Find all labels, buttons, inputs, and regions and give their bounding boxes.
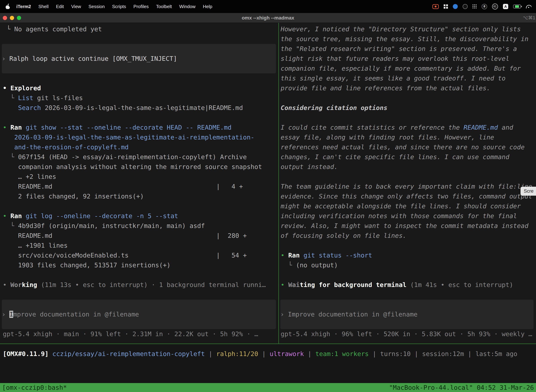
text-segment: of focusing solely on file lines. bbox=[281, 232, 407, 239]
terminal-row: • Waiting for background terminal (1m 41… bbox=[281, 280, 536, 290]
prompt-input-right[interactable]: › Improve documentation in @filename bbox=[280, 300, 534, 329]
battery-percent-icon[interactable]: 61 bbox=[492, 4, 498, 9]
terminal-row: • Working (11m 13s • esc to interrupt) ·… bbox=[3, 280, 278, 290]
apple-menu[interactable] bbox=[5, 4, 10, 9]
text-segment: Improve documentation in @filename bbox=[288, 311, 417, 318]
menu-item-help[interactable]: Help bbox=[199, 4, 216, 9]
text-segment: 067f154 (HEAD -> essay/ai-reimplementati… bbox=[18, 153, 247, 160]
text-segment: 2 files changed, 92 insertions(+) bbox=[3, 193, 144, 200]
terminal-pane-right[interactable]: However, I noticed the "Directory Struct… bbox=[279, 23, 536, 344]
text-segment: the source tree, missing the essay. Stil… bbox=[281, 35, 528, 42]
text-segment: | bbox=[258, 350, 270, 357]
text-segment: and-the-erosion-of-copyleft.md bbox=[14, 144, 129, 151]
terminal-row: • Ran git status --short bbox=[281, 250, 536, 260]
screen-recording-indicator[interactable] bbox=[432, 4, 439, 9]
blue-app-icon[interactable] bbox=[453, 4, 458, 9]
text-segment: cczip/essay/ai-reimplementation-copyleft bbox=[53, 350, 205, 357]
terminal-row: README.md | 4 + bbox=[3, 182, 278, 191]
terminal-row: review. Also, I might want to inspect th… bbox=[281, 221, 536, 231]
terminal-row bbox=[3, 201, 278, 211]
clipped-edge-button[interactable]: Scre bbox=[521, 187, 536, 196]
text-segment: • bbox=[3, 124, 10, 131]
text-segment: Ralph loop active continue [OMX_TMUX_INJ… bbox=[9, 55, 177, 62]
tmux-session-window: [omx-cczip0:bash* bbox=[2, 384, 67, 391]
context-status-left: gpt-5.4 xhigh · main · 91% left · 2.31M … bbox=[3, 329, 278, 339]
text-segment: • bbox=[3, 281, 10, 288]
prompt-input-left[interactable]: › Improve documentation in @filename bbox=[2, 300, 276, 329]
menu-item-iterm2[interactable]: iTerm2 bbox=[13, 4, 35, 9]
macos-menubar: iTerm2ShellEditViewSessionScriptsProfile… bbox=[0, 0, 536, 13]
dark-app-icon[interactable] bbox=[463, 4, 468, 9]
menu-item-window[interactable]: Window bbox=[176, 4, 199, 9]
omx-status-line: [OMX#0.11.9] cczip/essay/ai-reimplementa… bbox=[0, 344, 536, 363]
minimize-window-button[interactable] bbox=[10, 16, 14, 20]
input-source-icon[interactable]: A bbox=[503, 4, 508, 9]
text-segment: output instead. bbox=[281, 163, 338, 170]
text-segment: ralph:11/20 bbox=[216, 350, 258, 357]
text-segment: The team guideline is to back every impo… bbox=[281, 183, 532, 190]
text-segment: git status --short bbox=[304, 252, 372, 259]
terminal-row: However, I noticed the "Directory Struct… bbox=[281, 24, 536, 34]
menu-item-shell[interactable]: Shell bbox=[35, 4, 52, 9]
text-segment: › bbox=[2, 311, 9, 318]
injected-command-text: › Ralph loop active continue [OMX_TMUX_I… bbox=[2, 54, 177, 64]
terminal-row: evidence. Since this change only affects… bbox=[281, 191, 536, 201]
wifi-icon[interactable] bbox=[526, 5, 531, 9]
text-segment: (1m 41s • esc to interrupt) bbox=[407, 281, 513, 288]
terminal-row: 2 files changed, 92 insertions(+) bbox=[3, 191, 278, 201]
terminal-row: might be acceptable alongside the file l… bbox=[281, 201, 536, 211]
text-segment: Ran bbox=[288, 252, 300, 259]
terminal-row bbox=[281, 241, 536, 250]
terminal-row: • Ran git log --oneline --decorate -n 5 … bbox=[3, 211, 278, 221]
prompt-text-right: › Improve documentation in @filename bbox=[280, 309, 417, 319]
battery-icon[interactable] bbox=[513, 5, 521, 9]
terminal-row bbox=[3, 270, 278, 280]
menubar-status-icons: 861A bbox=[427, 4, 531, 9]
menu-item-profiles[interactable]: Profiles bbox=[130, 4, 153, 9]
terminal-row: └ 067f154 (HEAD -> essay/ai-reimplementa… bbox=[3, 152, 278, 162]
text-segment: README.md | 280 + bbox=[3, 232, 247, 239]
terminal-pane-left[interactable]: └ No agents completed yet › Ralph loop a… bbox=[0, 23, 278, 344]
terminal-row: 1903 files changed, 513517 insertions(+) bbox=[3, 260, 278, 270]
menu-item-view[interactable]: View bbox=[67, 4, 85, 9]
grid-icon[interactable] bbox=[444, 5, 448, 9]
text-segment: evidence. Since this change only affects… bbox=[281, 193, 532, 200]
text-segment: including verification notes with those … bbox=[281, 212, 517, 219]
text-segment: companion analysis without altering the … bbox=[3, 163, 262, 170]
terminal-row bbox=[281, 290, 536, 300]
terminal-row: The team guideline is to back every impo… bbox=[281, 182, 536, 191]
terminal-row: 2026-03-09-is-legal-the-same-as-legitima… bbox=[3, 132, 278, 142]
eight-ball-icon[interactable]: 8 bbox=[482, 4, 487, 9]
text-segment: | bbox=[304, 350, 315, 357]
text-segment: Wai bbox=[288, 281, 300, 288]
text-segment: └ bbox=[3, 153, 18, 160]
terminal-row: essay file, along with finding root file… bbox=[281, 132, 536, 142]
terminal-row: provide file and line references from th… bbox=[281, 83, 536, 93]
menu-item-edit[interactable]: Edit bbox=[52, 4, 67, 9]
zoom-window-button[interactable] bbox=[17, 16, 21, 20]
menu-item-scripts[interactable]: Scripts bbox=[108, 4, 129, 9]
text-segment: • Explored bbox=[3, 84, 41, 92]
text-segment: turns:10 | session:12m | last:5m ago bbox=[380, 350, 517, 357]
text-segment: | bbox=[369, 350, 380, 357]
close-window-button[interactable] bbox=[3, 16, 7, 20]
terminal-row: including verification notes with those … bbox=[281, 211, 536, 221]
terminal-split-panes: └ No agents completed yet › Ralph loop a… bbox=[0, 23, 536, 344]
text-segment: … +2 lines bbox=[3, 173, 56, 180]
text-segment: └ bbox=[281, 261, 296, 269]
text-segment: 2026-03-09-is-legal-the-same-as-legitima… bbox=[14, 134, 254, 141]
text-segment: changes, I can't cite specific file line… bbox=[281, 153, 509, 160]
text-segment bbox=[22, 124, 26, 131]
text-segment: › bbox=[2, 55, 9, 62]
prompt-text-left: › Improve documentation in @filename bbox=[2, 309, 139, 319]
menu-item-session[interactable]: Session bbox=[85, 4, 109, 9]
traffic-lights bbox=[0, 16, 21, 20]
text-segment: the "Related research writing" section i… bbox=[281, 45, 517, 52]
text-segment: README.md | 4 + bbox=[3, 183, 243, 190]
dots-grid-icon[interactable] bbox=[473, 5, 477, 9]
injected-command-banner: › Ralph loop active continue [OMX_TMUX_I… bbox=[2, 44, 276, 73]
window-title: omx --xhigh --madmax bbox=[0, 15, 536, 21]
menu-item-toolbelt[interactable]: Toolbelt bbox=[153, 4, 176, 9]
menubar-items: iTerm2ShellEditViewSessionScriptsProfile… bbox=[13, 4, 216, 9]
text-segment: Search bbox=[18, 104, 41, 111]
